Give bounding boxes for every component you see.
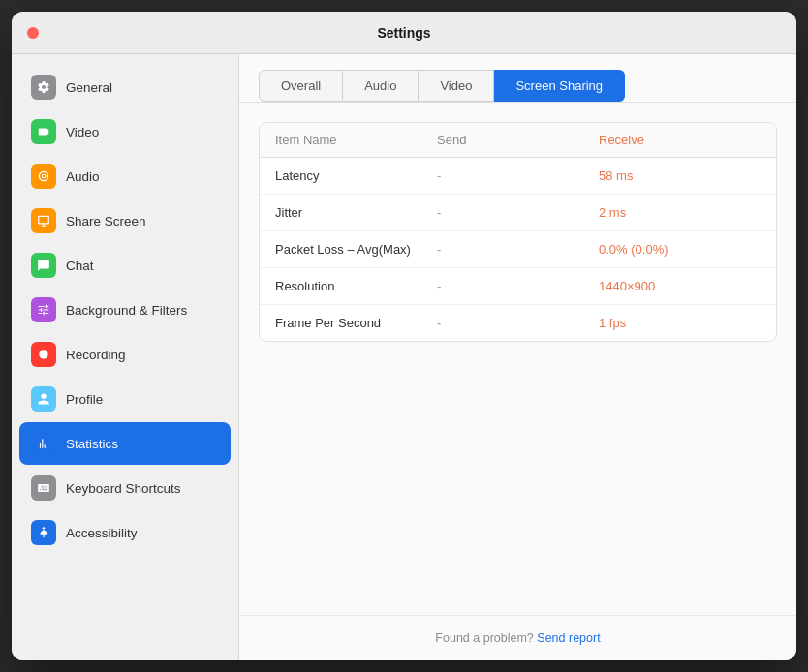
stat-send-value: -	[437, 205, 599, 220]
titlebar: Settings	[12, 12, 796, 54]
sidebar-item-keyboard-shortcuts[interactable]: Keyboard Shortcuts	[19, 467, 231, 509]
stat-item-name: Jitter	[275, 205, 437, 220]
table-row: Frame Per Second-1 fps	[260, 305, 776, 341]
tab-audio[interactable]: Audio	[343, 70, 419, 102]
svg-point-1	[43, 527, 45, 529]
sidebar-item-audio[interactable]: Audio	[19, 155, 231, 198]
sidebar-item-background-filters[interactable]: Background & Filters	[19, 289, 231, 331]
sidebar-item-video[interactable]: Video	[19, 110, 231, 153]
svg-point-0	[39, 350, 47, 358]
accessibility-icon	[31, 520, 56, 545]
stat-receive-value: 1440×900	[599, 279, 761, 293]
sidebar-label-profile: Profile	[66, 392, 103, 407]
stat-receive-value: 58 ms	[599, 168, 761, 183]
table-row: Resolution-1440×900	[260, 268, 776, 305]
stat-item-name: Frame Per Second	[275, 316, 437, 330]
stat-item-name: Resolution	[275, 279, 437, 293]
sidebar-item-recording[interactable]: Recording	[19, 333, 231, 376]
keyboard-shortcuts-icon	[31, 475, 56, 501]
stat-item-name: Latency	[275, 168, 437, 183]
recording-icon	[31, 342, 56, 367]
sidebar-label-general: General	[66, 80, 112, 95]
stat-receive-value: 0.0% (0.0%)	[599, 242, 761, 257]
stat-receive-value: 1 fps	[599, 316, 761, 330]
table-header: Item Name Send Receive	[260, 123, 776, 158]
table-body: Latency-58 msJitter-2 msPacket Loss – Av…	[260, 158, 776, 341]
tab-bar: OverallAudioVideoScreen Sharing	[239, 54, 796, 103]
table-row: Latency-58 ms	[260, 158, 776, 195]
sidebar-label-accessibility: Accessibility	[66, 526, 138, 540]
window-title: Settings	[377, 25, 430, 41]
stat-send-value: -	[437, 242, 599, 257]
profile-icon	[31, 386, 56, 412]
sidebar-label-video: Video	[66, 125, 99, 139]
send-report-link[interactable]: Send report	[537, 631, 600, 645]
statistics-icon	[31, 431, 56, 456]
audio-icon	[31, 164, 56, 189]
sidebar-label-statistics: Statistics	[66, 437, 118, 451]
sidebar-label-keyboard-shortcuts: Keyboard Shortcuts	[66, 481, 181, 496]
background-filters-icon	[31, 297, 56, 322]
sidebar: GeneralVideoAudioShare ScreenChatBackgro…	[12, 54, 239, 660]
share-screen-icon	[31, 208, 56, 233]
sidebar-label-audio: Audio	[66, 169, 100, 184]
sidebar-label-share-screen: Share Screen	[66, 214, 146, 229]
footer-text: Found a problem?	[435, 631, 533, 645]
sidebar-item-share-screen[interactable]: Share Screen	[19, 199, 231, 242]
main-layout: GeneralVideoAudioShare ScreenChatBackgro…	[12, 54, 796, 660]
stat-send-value: -	[437, 279, 599, 293]
sidebar-item-chat[interactable]: Chat	[19, 244, 231, 287]
stat-receive-value: 2 ms	[599, 205, 761, 220]
tab-video[interactable]: Video	[419, 70, 494, 102]
general-icon	[31, 75, 56, 100]
close-button[interactable]	[27, 27, 39, 39]
stat-send-value: -	[437, 168, 599, 183]
sidebar-item-general[interactable]: General	[19, 66, 231, 108]
col-receive: Receive	[599, 133, 761, 147]
chat-icon	[31, 253, 56, 278]
sidebar-label-recording: Recording	[66, 348, 126, 362]
stats-table: Item Name Send Receive Latency-58 msJitt…	[259, 122, 777, 342]
sidebar-item-profile[interactable]: Profile	[19, 378, 231, 420]
main-panel: OverallAudioVideoScreen Sharing Item Nam…	[239, 54, 796, 660]
col-send: Send	[437, 133, 599, 147]
table-row: Jitter-2 ms	[260, 195, 776, 231]
tab-overall[interactable]: Overall	[259, 70, 343, 102]
tab-screen-sharing[interactable]: Screen Sharing	[494, 70, 625, 102]
col-item-name: Item Name	[275, 133, 437, 147]
stat-send-value: -	[437, 316, 599, 330]
sidebar-label-chat: Chat	[66, 259, 94, 273]
video-icon	[31, 119, 56, 144]
stat-item-name: Packet Loss – Avg(Max)	[275, 242, 437, 257]
sidebar-item-statistics[interactable]: Statistics	[19, 422, 231, 465]
table-row: Packet Loss – Avg(Max)-0.0% (0.0%)	[260, 231, 776, 268]
sidebar-item-accessibility[interactable]: Accessibility	[19, 511, 231, 554]
sidebar-label-background-filters: Background & Filters	[66, 303, 187, 318]
footer: Found a problem? Send report	[239, 615, 796, 660]
main-content: Item Name Send Receive Latency-58 msJitt…	[239, 103, 796, 615]
settings-window: Settings GeneralVideoAudioShare ScreenCh…	[12, 12, 796, 660]
